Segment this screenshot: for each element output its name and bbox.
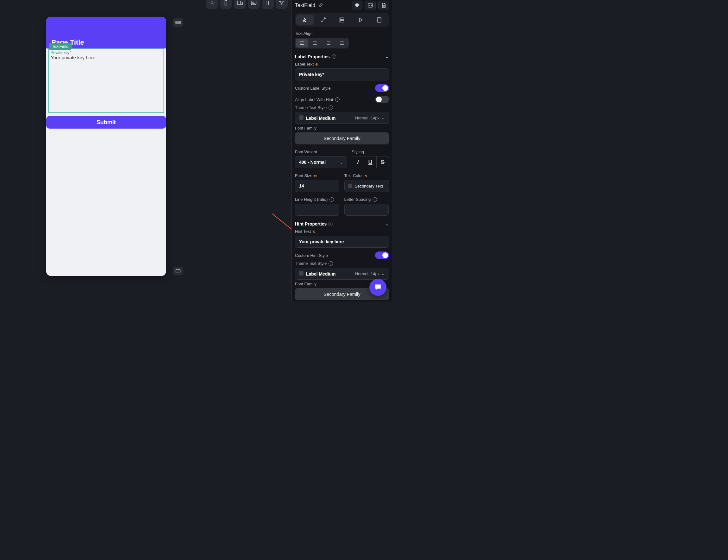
chat-fab[interactable] [369, 279, 386, 296]
text-color-label: Text Color⎋ [344, 173, 389, 178]
style-swatch-icon [299, 115, 303, 120]
italic-button[interactable]: I [352, 156, 364, 168]
text-color-select[interactable]: Secondary Text [344, 180, 389, 192]
align-center[interactable] [309, 39, 322, 48]
docs-icon[interactable] [378, 1, 389, 10]
panel-tabs [295, 13, 389, 27]
info-icon[interactable]: i [329, 222, 333, 226]
style-swatch-icon [299, 271, 303, 276]
tab-data[interactable] [333, 15, 351, 25]
svg-rect-16 [368, 3, 373, 7]
label-text-input[interactable] [295, 68, 389, 80]
font-size-label: Font Size⎋ [295, 173, 340, 178]
svg-point-23 [341, 18, 341, 19]
expand-bottom-chip[interactable] [173, 267, 183, 275]
align-label-with-hint-toggle[interactable] [375, 96, 389, 103]
text-align-segmented [295, 38, 349, 48]
tab-preview[interactable] [352, 15, 369, 25]
info-icon[interactable]: i [329, 105, 333, 110]
info-icon[interactable]: i [373, 197, 377, 202]
code-icon[interactable] [365, 1, 376, 10]
tab-actions[interactable] [315, 15, 332, 25]
chevron-down-icon: ⌄ [381, 116, 385, 120]
variable-icon[interactable]: ⎋ [313, 229, 315, 234]
theme-text-style-select[interactable]: Label Medium Normal, 14px⌄ [295, 112, 389, 124]
chevron-down-icon[interactable]: ⌄ [385, 221, 389, 226]
font-family-button[interactable]: Secondary Family [295, 132, 389, 144]
custom-label-style-toggle[interactable] [375, 84, 389, 92]
hint-theme-text-style-label: Theme Text Stylei [295, 261, 389, 266]
selected-widget-title: TextField [295, 3, 315, 8]
align-justify[interactable] [335, 39, 348, 48]
font-size-input[interactable] [295, 180, 339, 192]
hint-text-input[interactable] [295, 236, 389, 248]
variable-icon[interactable]: ⎋ [365, 174, 367, 178]
letter-spacing-input[interactable] [344, 204, 389, 216]
font-family-label: Font Family [295, 126, 389, 130]
line-height-label: Line Height (ratio)i [295, 197, 340, 202]
variable-icon[interactable]: ⎋ [314, 174, 316, 178]
svg-rect-21 [340, 18, 344, 19]
tab-document[interactable] [370, 15, 388, 25]
text-align-label: Text Align [295, 31, 389, 36]
svg-rect-22 [340, 21, 344, 22]
properties-panel: TextField Text Align Label Propertiesi ⌄… [291, 0, 392, 302]
section-hint-properties[interactable]: Hint Propertiesi ⌄ [295, 221, 389, 226]
svg-point-24 [341, 21, 341, 22]
info-icon[interactable]: i [329, 197, 334, 202]
widget-badge[interactable]: TextField [49, 43, 72, 50]
expand-top-chip[interactable] [173, 18, 183, 27]
section-label-properties[interactable]: Label Propertiesi ⌄ [295, 54, 389, 59]
textfield-label: Private key [51, 50, 162, 55]
align-left[interactable] [296, 39, 308, 48]
theme-text-style-label: Theme Text Stylei [295, 105, 389, 110]
hint-text-label: Hint Text⎋ [295, 229, 389, 234]
align-right[interactable] [322, 39, 335, 48]
textfield-hint: Your private key here [51, 55, 162, 60]
svg-rect-14 [176, 270, 180, 272]
section-title: Hint Properties [295, 221, 327, 226]
info-icon[interactable]: i [332, 54, 336, 59]
chevron-down-icon[interactable]: ⌄ [385, 54, 389, 59]
letter-spacing-label: Letter Spacingi [344, 197, 389, 202]
font-weight-select[interactable]: 400 - Normal ⌄ [295, 156, 347, 168]
diamond-icon[interactable] [352, 1, 362, 10]
chevron-down-icon: ⌄ [381, 271, 385, 276]
hint-theme-text-style-select[interactable]: Label Medium Normal, 14px⌄ [295, 268, 389, 280]
label-text-label: Label Text⎋ [295, 62, 389, 67]
underline-button[interactable]: U [364, 156, 376, 168]
strikethrough-button[interactable]: S [376, 156, 389, 168]
line-height-input[interactable] [295, 204, 339, 216]
variable-icon[interactable]: ⎋ [316, 62, 317, 67]
styling-group: I U S [352, 156, 389, 168]
custom-label-style-label: Custom Label Style [295, 86, 331, 91]
color-swatch-icon [348, 184, 352, 188]
custom-hint-style-label: Custom Hint Style [295, 253, 328, 258]
textfield-widget[interactable]: Private key Your private key here [48, 48, 164, 113]
pencil-icon[interactable] [318, 3, 323, 9]
font-weight-label: Font Weight [295, 150, 347, 154]
styling-label: Styling [352, 150, 389, 154]
canvas: Page Title TextField Private key Your pr… [0, 0, 291, 302]
tab-design[interactable] [296, 15, 314, 25]
chevron-down-icon: ⌄ [340, 160, 343, 165]
section-title: Label Properties [295, 54, 330, 59]
info-icon[interactable]: i [335, 97, 340, 102]
svg-point-19 [321, 21, 322, 22]
panel-header: TextField [295, 0, 389, 13]
info-icon[interactable]: i [329, 261, 333, 266]
submit-button[interactable]: Submit [46, 116, 166, 129]
align-label-with-hint-label: Align Label With Hinti [295, 97, 340, 102]
custom-hint-style-toggle[interactable] [375, 251, 389, 259]
